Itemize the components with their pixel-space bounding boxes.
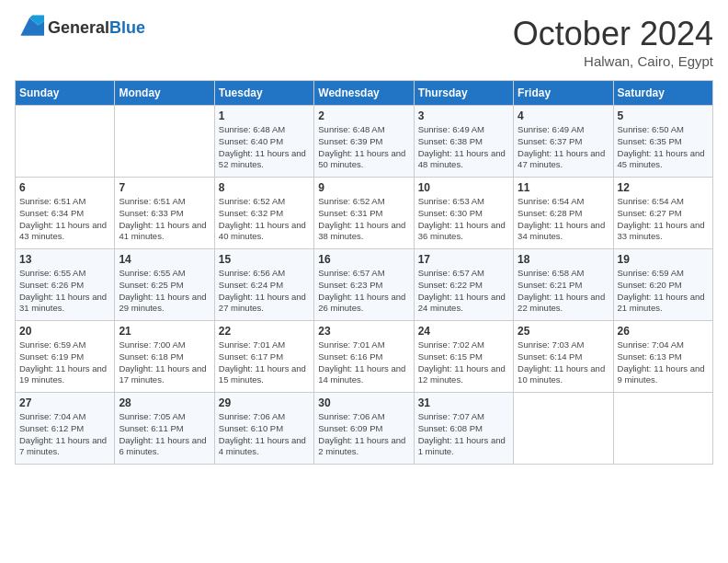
day-info: Sunrise: 6:51 AM Sunset: 6:34 PM Dayligh… — [19, 196, 110, 243]
logo-text-blue: Blue — [109, 18, 145, 37]
calendar-week-2: 6Sunrise: 6:51 AM Sunset: 6:34 PM Daylig… — [16, 178, 713, 249]
day-number: 6 — [19, 181, 110, 194]
calendar-week-5: 27Sunrise: 7:04 AM Sunset: 6:12 PM Dayli… — [16, 393, 713, 465]
weekday-header-monday: Monday — [115, 81, 214, 106]
logo-icon — [15, 15, 44, 40]
day-info: Sunrise: 6:50 AM Sunset: 6:35 PM Dayligh… — [618, 124, 709, 171]
weekday-header-thursday: Thursday — [414, 81, 513, 106]
day-number: 12 — [618, 181, 709, 194]
calendar-cell: 9Sunrise: 6:52 AM Sunset: 6:31 PM Daylig… — [314, 178, 414, 249]
calendar-cell: 30Sunrise: 7:06 AM Sunset: 6:09 PM Dayli… — [314, 393, 414, 465]
day-info: Sunrise: 7:01 AM Sunset: 6:17 PM Dayligh… — [219, 339, 310, 386]
calendar-cell: 7Sunrise: 6:51 AM Sunset: 6:33 PM Daylig… — [115, 178, 214, 249]
calendar-cell: 13Sunrise: 6:55 AM Sunset: 6:26 PM Dayli… — [16, 249, 115, 321]
day-info: Sunrise: 6:54 AM Sunset: 6:28 PM Dayligh… — [518, 196, 609, 243]
day-number: 1 — [219, 109, 310, 122]
day-info: Sunrise: 6:54 AM Sunset: 6:27 PM Dayligh… — [618, 196, 709, 243]
day-info: Sunrise: 6:56 AM Sunset: 6:24 PM Dayligh… — [219, 268, 310, 315]
calendar-cell: 27Sunrise: 7:04 AM Sunset: 6:12 PM Dayli… — [16, 393, 115, 465]
day-info: Sunrise: 6:52 AM Sunset: 6:31 PM Dayligh… — [318, 196, 409, 243]
day-info: Sunrise: 6:59 AM Sunset: 6:19 PM Dayligh… — [19, 339, 110, 386]
calendar-cell: 21Sunrise: 7:00 AM Sunset: 6:18 PM Dayli… — [115, 321, 214, 393]
calendar-cell: 14Sunrise: 6:55 AM Sunset: 6:25 PM Dayli… — [115, 249, 214, 321]
day-number: 28 — [119, 396, 210, 409]
day-number: 8 — [219, 181, 310, 194]
day-number: 16 — [318, 253, 409, 266]
weekday-header-friday: Friday — [514, 81, 613, 106]
day-number: 30 — [318, 396, 409, 409]
calendar-cell: 10Sunrise: 6:53 AM Sunset: 6:30 PM Dayli… — [414, 178, 513, 249]
day-info: Sunrise: 6:58 AM Sunset: 6:21 PM Dayligh… — [518, 268, 609, 315]
day-info: Sunrise: 6:48 AM Sunset: 6:39 PM Dayligh… — [318, 124, 409, 171]
calendar-cell: 19Sunrise: 6:59 AM Sunset: 6:20 PM Dayli… — [613, 249, 712, 321]
calendar-cell — [115, 106, 214, 178]
day-number: 14 — [119, 253, 210, 266]
calendar-week-1: 1Sunrise: 6:48 AM Sunset: 6:40 PM Daylig… — [16, 106, 713, 178]
weekday-header-saturday: Saturday — [613, 81, 712, 106]
day-info: Sunrise: 7:07 AM Sunset: 6:08 PM Dayligh… — [418, 411, 509, 458]
day-number: 15 — [219, 253, 310, 266]
weekday-header-sunday: Sunday — [16, 81, 115, 106]
calendar-cell: 20Sunrise: 6:59 AM Sunset: 6:19 PM Dayli… — [16, 321, 115, 393]
calendar-week-4: 20Sunrise: 6:59 AM Sunset: 6:19 PM Dayli… — [16, 321, 713, 393]
day-info: Sunrise: 6:51 AM Sunset: 6:33 PM Dayligh… — [119, 196, 210, 243]
day-info: Sunrise: 7:01 AM Sunset: 6:16 PM Dayligh… — [318, 339, 409, 386]
weekday-header-wednesday: Wednesday — [314, 81, 414, 106]
day-info: Sunrise: 7:04 AM Sunset: 6:12 PM Dayligh… — [19, 411, 110, 458]
calendar-cell: 25Sunrise: 7:03 AM Sunset: 6:14 PM Dayli… — [514, 321, 613, 393]
day-info: Sunrise: 6:55 AM Sunset: 6:26 PM Dayligh… — [19, 268, 110, 315]
day-number: 22 — [219, 325, 310, 338]
calendar-cell: 11Sunrise: 6:54 AM Sunset: 6:28 PM Dayli… — [514, 178, 613, 249]
day-number: 4 — [518, 109, 609, 122]
page-header: GeneralBlue October 2024 Halwan, Cairo, … — [15, 15, 713, 69]
day-info: Sunrise: 6:57 AM Sunset: 6:23 PM Dayligh… — [318, 268, 409, 315]
day-number: 23 — [318, 325, 409, 338]
calendar-cell — [16, 106, 115, 178]
day-number: 31 — [418, 396, 509, 409]
calendar-cell: 23Sunrise: 7:01 AM Sunset: 6:16 PM Dayli… — [314, 321, 414, 393]
day-number: 2 — [318, 109, 409, 122]
weekday-header-row: SundayMondayTuesdayWednesdayThursdayFrid… — [16, 81, 713, 106]
day-info: Sunrise: 7:00 AM Sunset: 6:18 PM Dayligh… — [119, 339, 210, 386]
calendar-cell: 17Sunrise: 6:57 AM Sunset: 6:22 PM Dayli… — [414, 249, 513, 321]
calendar-table: SundayMondayTuesdayWednesdayThursdayFrid… — [15, 80, 713, 465]
calendar-cell — [514, 393, 613, 465]
day-info: Sunrise: 6:48 AM Sunset: 6:40 PM Dayligh… — [219, 124, 310, 171]
calendar-cell: 3Sunrise: 6:49 AM Sunset: 6:38 PM Daylig… — [414, 106, 513, 178]
calendar-cell: 16Sunrise: 6:57 AM Sunset: 6:23 PM Dayli… — [314, 249, 414, 321]
day-info: Sunrise: 6:49 AM Sunset: 6:38 PM Dayligh… — [418, 124, 509, 171]
calendar-cell: 24Sunrise: 7:02 AM Sunset: 6:15 PM Dayli… — [414, 321, 513, 393]
day-number: 5 — [618, 109, 709, 122]
calendar-cell: 2Sunrise: 6:48 AM Sunset: 6:39 PM Daylig… — [314, 106, 414, 178]
day-number: 27 — [19, 396, 110, 409]
weekday-header-tuesday: Tuesday — [214, 81, 313, 106]
day-number: 7 — [119, 181, 210, 194]
logo-text-general: General — [48, 18, 109, 37]
day-info: Sunrise: 6:59 AM Sunset: 6:20 PM Dayligh… — [618, 268, 709, 315]
calendar-cell: 6Sunrise: 6:51 AM Sunset: 6:34 PM Daylig… — [16, 178, 115, 249]
calendar-cell: 5Sunrise: 6:50 AM Sunset: 6:35 PM Daylig… — [613, 106, 712, 178]
day-number: 17 — [418, 253, 509, 266]
day-number: 11 — [518, 181, 609, 194]
day-number: 9 — [318, 181, 409, 194]
calendar-week-3: 13Sunrise: 6:55 AM Sunset: 6:26 PM Dayli… — [16, 249, 713, 321]
day-info: Sunrise: 6:53 AM Sunset: 6:30 PM Dayligh… — [418, 196, 509, 243]
day-number: 24 — [418, 325, 509, 338]
calendar-title: October 2024 — [513, 15, 713, 53]
calendar-cell: 28Sunrise: 7:05 AM Sunset: 6:11 PM Dayli… — [115, 393, 214, 465]
day-number: 25 — [518, 325, 609, 338]
title-block: October 2024 Halwan, Cairo, Egypt — [513, 15, 713, 69]
day-info: Sunrise: 6:52 AM Sunset: 6:32 PM Dayligh… — [219, 196, 310, 243]
day-number: 10 — [418, 181, 509, 194]
calendar-cell: 12Sunrise: 6:54 AM Sunset: 6:27 PM Dayli… — [613, 178, 712, 249]
day-number: 21 — [119, 325, 210, 338]
day-info: Sunrise: 6:57 AM Sunset: 6:22 PM Dayligh… — [418, 268, 509, 315]
calendar-cell: 15Sunrise: 6:56 AM Sunset: 6:24 PM Dayli… — [214, 249, 313, 321]
calendar-cell — [613, 393, 712, 465]
day-number: 20 — [19, 325, 110, 338]
calendar-cell: 18Sunrise: 6:58 AM Sunset: 6:21 PM Dayli… — [514, 249, 613, 321]
logo: GeneralBlue — [15, 15, 145, 40]
day-info: Sunrise: 6:49 AM Sunset: 6:37 PM Dayligh… — [518, 124, 609, 171]
day-info: Sunrise: 6:55 AM Sunset: 6:25 PM Dayligh… — [119, 268, 210, 315]
calendar-cell: 8Sunrise: 6:52 AM Sunset: 6:32 PM Daylig… — [214, 178, 313, 249]
